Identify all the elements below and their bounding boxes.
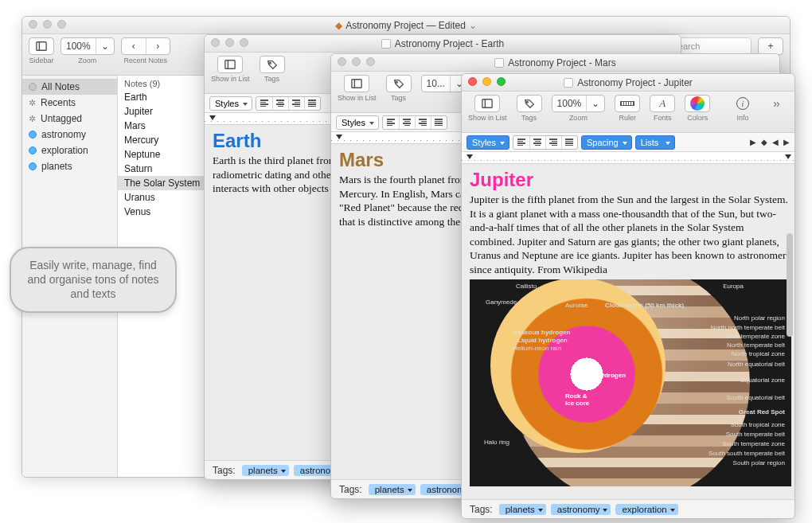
- zoom-stepper-icon[interactable]: ⌄: [96, 38, 114, 54]
- sidebar-label: Sidebar: [29, 57, 53, 64]
- close-icon[interactable]: [468, 77, 477, 86]
- ruler-button[interactable]: [615, 96, 639, 111]
- svg-point-8: [269, 62, 271, 64]
- diagram-label: North equatorial belt: [728, 361, 785, 368]
- main-titlebar: ◆ Astronomy Project — Edited ⌄: [22, 17, 790, 34]
- zoom-icon[interactable]: [57, 20, 66, 29]
- sidebar-item-astronomy[interactable]: astronomy: [22, 127, 117, 142]
- diagram-label: North temperate zone: [724, 333, 785, 340]
- sidebar-item-recents[interactable]: ✲Recents: [22, 95, 117, 111]
- zoom-icon[interactable]: [240, 38, 248, 47]
- diagram-label: Ganymede: [486, 299, 517, 306]
- mars-titlebar: Astronomy Project - Mars: [331, 54, 779, 72]
- tags-button-label: Tags: [391, 94, 406, 102]
- diagram-label: North tropical zone: [732, 350, 785, 357]
- tag-chip[interactable]: planets: [369, 484, 416, 495]
- zoom-value[interactable]: 10...: [422, 76, 450, 92]
- diagram-label: South tropical zone: [731, 421, 786, 428]
- close-icon[interactable]: [338, 57, 346, 66]
- svg-rect-0: [37, 42, 46, 51]
- show-in-list-button[interactable]: [345, 76, 369, 92]
- minimize-icon[interactable]: [482, 77, 491, 86]
- sidebar-item-label: astronomy: [41, 129, 86, 140]
- doc-icon: [494, 58, 504, 68]
- ruler[interactable]: [462, 152, 794, 164]
- spacing-select[interactable]: Spacing: [581, 135, 632, 150]
- diagram-label: Great Red Spot: [739, 408, 785, 416]
- fonts-label: Fonts: [654, 114, 672, 122]
- show-in-list-label: Show in List: [338, 94, 377, 102]
- window-title: Astronomy Project — Edited: [345, 20, 466, 31]
- minimize-icon[interactable]: [352, 57, 361, 66]
- note-title: Jupiter: [470, 169, 791, 191]
- styles-select[interactable]: Styles: [467, 135, 509, 150]
- sidebar-item-exploration[interactable]: exploration: [22, 142, 117, 158]
- diagram-label: Rock & ice core: [565, 392, 591, 407]
- zoom-value[interactable]: 100%: [61, 38, 96, 54]
- align-left-button[interactable]: [383, 116, 399, 129]
- info-button[interactable]: i: [731, 95, 755, 112]
- scrollbar[interactable]: [787, 233, 793, 337]
- show-in-list-button[interactable]: [475, 96, 499, 111]
- jupiter-titlebar: Astronomy Project - Jupiter: [462, 74, 794, 92]
- sidebar-toggle-button[interactable]: [29, 38, 53, 54]
- sidebar-item-all-notes[interactable]: All Notes: [22, 79, 117, 95]
- recent-back-button[interactable]: ‹: [122, 38, 146, 54]
- diagram-label: Liquid hydrogen: [517, 337, 568, 344]
- diagram-label: North temperate belt: [727, 342, 785, 349]
- minimize-icon[interactable]: [43, 20, 52, 29]
- tags-button[interactable]: [517, 96, 541, 111]
- colors-button[interactable]: [685, 96, 709, 111]
- tag-chip[interactable]: planets: [242, 465, 289, 476]
- align-right-button[interactable]: [545, 136, 561, 149]
- diagram-label: South temperate belt: [726, 431, 785, 438]
- align-center-button[interactable]: [272, 97, 288, 110]
- align-group[interactable]: [382, 115, 447, 130]
- align-left-button[interactable]: [513, 136, 529, 149]
- nav-arrows[interactable]: ▶◆◀▶: [750, 138, 790, 146]
- zoom-value[interactable]: 100%: [552, 96, 587, 111]
- tags-button[interactable]: [387, 76, 411, 92]
- zoom-icon[interactable]: [366, 57, 375, 66]
- sidebar-item-planets[interactable]: planets: [22, 158, 117, 174]
- fonts-button[interactable]: A: [650, 96, 674, 111]
- align-justify-button[interactable]: [304, 97, 320, 110]
- align-center-button[interactable]: [399, 116, 415, 129]
- add-button[interactable]: +: [759, 38, 783, 54]
- svg-rect-19: [482, 100, 492, 108]
- align-right-button[interactable]: [415, 116, 431, 129]
- color-wheel-icon: [690, 96, 705, 111]
- chevron-down-icon[interactable]: ⌄: [586, 96, 604, 111]
- recent-fwd-button[interactable]: ›: [146, 38, 170, 54]
- styles-select[interactable]: Styles: [336, 115, 379, 130]
- note-body[interactable]: Jupiter is the fifth planet from the Sun…: [470, 193, 791, 276]
- sidebar-item-untagged[interactable]: ✲Untagged: [22, 111, 117, 127]
- svg-rect-6: [225, 60, 235, 69]
- doc-icon: [381, 39, 391, 49]
- align-justify-button[interactable]: [561, 136, 577, 149]
- show-in-list-button[interactable]: [218, 57, 242, 72]
- align-center-button[interactable]: [529, 136, 545, 149]
- lists-select[interactable]: Lists: [635, 135, 675, 150]
- ruler-label: Ruler: [619, 114, 636, 122]
- align-justify-button[interactable]: [431, 116, 447, 129]
- overflow-button[interactable]: ››: [764, 95, 788, 112]
- styles-select[interactable]: Styles: [209, 96, 252, 111]
- tags-button[interactable]: [260, 57, 284, 72]
- close-icon[interactable]: [211, 38, 220, 47]
- diagram-label: North north temperate belt: [711, 324, 785, 331]
- align-right-button[interactable]: [288, 97, 304, 110]
- close-icon[interactable]: [29, 20, 37, 29]
- tag-chip[interactable]: exploration: [615, 504, 677, 515]
- align-group[interactable]: [513, 135, 578, 150]
- diagram-label: Halo ring: [484, 439, 509, 446]
- doc-icon: [564, 78, 573, 88]
- diagram-label: South south temperate belt: [709, 450, 785, 457]
- minimize-icon[interactable]: [225, 38, 234, 47]
- align-group[interactable]: [256, 96, 321, 111]
- zoom-icon[interactable]: [497, 77, 506, 86]
- diagram-label: Aurorae: [565, 302, 588, 309]
- tag-chip[interactable]: astronomy: [551, 504, 611, 515]
- tag-chip[interactable]: planets: [499, 504, 546, 515]
- align-left-button[interactable]: [256, 97, 272, 110]
